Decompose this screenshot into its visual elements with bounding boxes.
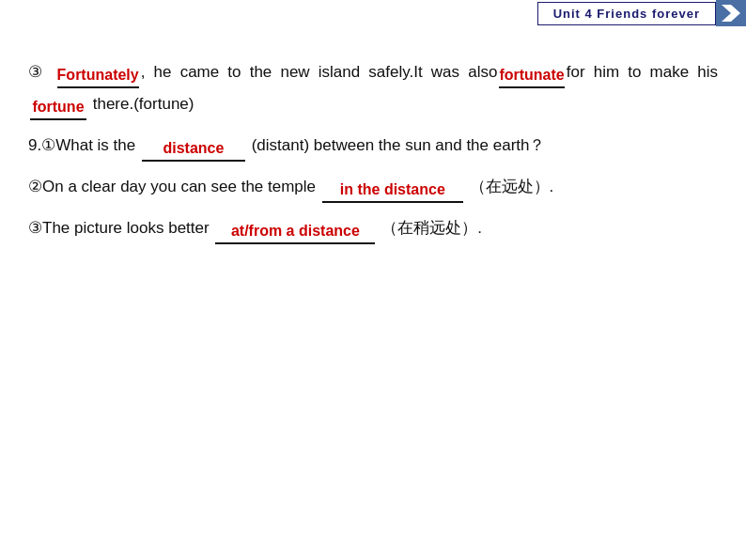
item3-blank2: fortunate <box>499 64 564 88</box>
item9-3-text: （在稍远处）. <box>381 219 482 237</box>
item9-2-blank: in the distance <box>322 179 463 203</box>
item3-blank1: Fortunately <box>57 64 139 88</box>
item9-3-blank: at/from a distance <box>215 220 375 244</box>
main-content: ③ Fortunately, he came to the new island… <box>28 56 718 254</box>
svg-marker-0 <box>722 5 740 22</box>
item3-blank3: fortune <box>30 96 86 120</box>
item9-2-text: （在远处）. <box>470 178 554 195</box>
item-9-3: ③The picture looks better at/from a dist… <box>28 212 718 244</box>
item-9-2: ②On a clear day you can see the temple i… <box>28 171 718 203</box>
item9-3-prefix: ③The picture looks better <box>28 219 210 237</box>
item3-text1: , he came to the new island safely.It wa… <box>141 63 498 81</box>
item-3: ③ Fortunately, he came to the new island… <box>28 56 718 120</box>
item3-prefix: ③ <box>28 63 46 81</box>
unit-label: Unit 4 Friends forever <box>537 2 716 25</box>
item3-text3: there.(fortune) <box>93 95 194 113</box>
item9-2-prefix: ②On a clear day you can see the temple <box>28 178 316 195</box>
item-9-1: 9.①What is the distance (distant) betwee… <box>28 130 718 162</box>
item3-text2: for him to make his <box>567 63 718 81</box>
next-arrow[interactable] <box>716 0 746 26</box>
item9-text1: (distant) between the sun and the earth？ <box>252 136 546 154</box>
item9-prefix: 9.①What is the <box>28 136 135 154</box>
header: Unit 4 Friends forever <box>537 0 746 26</box>
item9-blank1: distance <box>142 137 245 162</box>
